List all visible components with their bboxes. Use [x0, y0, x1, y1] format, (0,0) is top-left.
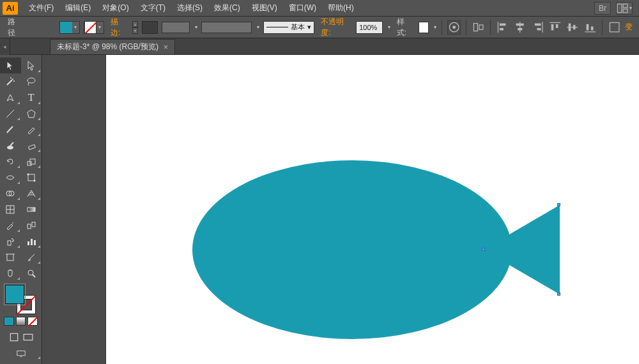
canvas-area[interactable]: [42, 55, 639, 364]
close-icon[interactable]: ×: [164, 43, 168, 52]
svg-rect-12: [518, 28, 522, 31]
align-vcenter-button[interactable]: [566, 20, 579, 34]
draw-normal-button[interactable]: [9, 331, 19, 344]
column-graph-tool[interactable]: [21, 233, 42, 249]
divider: [602, 20, 603, 35]
selection-type-label: 路径: [8, 17, 21, 38]
menu-help[interactable]: 帮助(H): [322, 0, 360, 16]
screen-mode-button[interactable]: [23, 331, 33, 344]
menu-effect[interactable]: 效果(C): [208, 0, 246, 16]
align-left-button[interactable]: [496, 20, 509, 34]
transform-button[interactable]: [608, 20, 621, 34]
none-mode-button[interactable]: [27, 317, 38, 326]
width-tool[interactable]: [0, 169, 21, 185]
eraser-tool[interactable]: [21, 137, 42, 153]
step-up-icon[interactable]: ▴: [132, 21, 138, 27]
menu-object[interactable]: 对象(O): [96, 0, 134, 16]
document-tab[interactable]: 未标题-3* @ 98% (RGB/预览) ×: [50, 39, 175, 54]
brush-definition-dropdown[interactable]: [201, 22, 252, 33]
align-hcenter-button[interactable]: [513, 20, 527, 34]
step-down-icon[interactable]: ▾: [132, 27, 138, 34]
gradient-tool[interactable]: [21, 201, 42, 217]
menubar: Ai 文件(F) 编辑(E) 对象(O) 文字(T) 选择(S) 效果(C) 视…: [0, 0, 639, 17]
menu-edit[interactable]: 编辑(E): [59, 0, 96, 16]
perspective-grid-tool[interactable]: [21, 185, 42, 201]
svg-line-34: [10, 142, 13, 146]
panel-collapse-stub[interactable]: ◂: [0, 38, 10, 55]
blend-tool[interactable]: [21, 217, 42, 233]
line-tool[interactable]: [0, 105, 21, 121]
align-button-1[interactable]: [472, 20, 485, 34]
lasso-tool[interactable]: [21, 73, 42, 89]
fill-color-chip: [60, 22, 72, 33]
svg-marker-32: [27, 110, 35, 118]
arrange-documents-button[interactable]: ▾: [616, 2, 633, 15]
align-top-button[interactable]: [548, 20, 562, 34]
anchor-point[interactable]: [482, 248, 485, 251]
type-tool[interactable]: T: [21, 89, 42, 105]
graphic-style-swatch[interactable]: [419, 22, 429, 33]
gradient-mode-button[interactable]: [16, 317, 26, 326]
free-transform-tool[interactable]: [21, 169, 42, 185]
cursor-icon: [5, 61, 15, 71]
align-right-button[interactable]: [531, 20, 544, 34]
slice-tool[interactable]: [21, 249, 42, 265]
mesh-tool[interactable]: [0, 201, 21, 217]
svg-line-26: [7, 80, 12, 85]
pen-tool[interactable]: [0, 89, 21, 105]
svg-line-31: [6, 110, 14, 118]
menu-select[interactable]: 选择(S): [171, 0, 208, 16]
fill-color-swatch[interactable]: ▾: [59, 21, 80, 34]
pencil-tool[interactable]: [21, 121, 42, 137]
scale-icon: [26, 156, 36, 167]
truncated-label: 变: [625, 22, 634, 33]
opacity-input[interactable]: 100%: [356, 21, 383, 34]
paintbrush-tool[interactable]: [0, 121, 21, 137]
gradient-icon: [26, 204, 36, 215]
stroke-weight-stepper[interactable]: ▴ ▾: [132, 21, 138, 34]
direct-selection-tool[interactable]: [21, 57, 42, 73]
blob-brush-tool[interactable]: [0, 137, 21, 153]
bridge-button[interactable]: Br: [594, 2, 611, 15]
symbol-sprayer-tool[interactable]: [0, 233, 21, 249]
shape-builder-tool[interactable]: [0, 185, 21, 201]
menu-view[interactable]: 视图(V): [246, 0, 283, 16]
eyedropper-tool[interactable]: [0, 217, 21, 233]
artboard-icon: [5, 252, 15, 262]
brush-style-dropdown[interactable]: 基本 ▾: [263, 21, 314, 34]
triangle-shape[interactable]: [483, 205, 560, 294]
ellipse-shape[interactable]: [192, 160, 512, 339]
line-icon: [5, 109, 15, 119]
opacity-label[interactable]: 不透明度:: [321, 17, 350, 38]
magic-wand-tool[interactable]: [0, 73, 21, 89]
align-bottom-button[interactable]: [583, 20, 597, 34]
svg-rect-8: [500, 23, 506, 26]
shape-tool[interactable]: [21, 105, 42, 121]
menu-window[interactable]: 窗口(W): [283, 0, 322, 16]
artboard[interactable]: [106, 55, 639, 364]
align-vcenter-icon: [566, 21, 578, 33]
scale-tool[interactable]: [21, 153, 42, 169]
stroke-color-swatch[interactable]: ▾: [84, 21, 104, 34]
svg-point-51: [13, 239, 14, 241]
zoom-tool[interactable]: [21, 265, 42, 281]
hand-tool[interactable]: [0, 265, 21, 281]
selection-tool[interactable]: [0, 57, 21, 73]
align-bottom-icon: [584, 21, 596, 33]
color-mode-button[interactable]: [4, 317, 14, 326]
anchor-point[interactable]: [557, 292, 560, 296]
artboard-tool[interactable]: [0, 249, 21, 265]
svg-rect-48: [32, 222, 35, 227]
stroke-label[interactable]: 描边:: [111, 17, 126, 38]
menu-file[interactable]: 文件(F): [23, 0, 59, 16]
anchor-point[interactable]: [557, 203, 560, 206]
align-right-icon: [532, 21, 544, 33]
menu-type[interactable]: 文字(T): [135, 0, 171, 16]
stroke-profile-dropdown[interactable]: [162, 22, 190, 33]
fill-stroke-indicator[interactable]: [0, 284, 42, 315]
stroke-weight-input[interactable]: [142, 21, 158, 34]
rotate-tool[interactable]: [0, 153, 21, 169]
fill-swatch[interactable]: [5, 285, 24, 304]
recolor-artwork-button[interactable]: [447, 20, 461, 34]
change-screen-mode-button[interactable]: [0, 347, 42, 360]
